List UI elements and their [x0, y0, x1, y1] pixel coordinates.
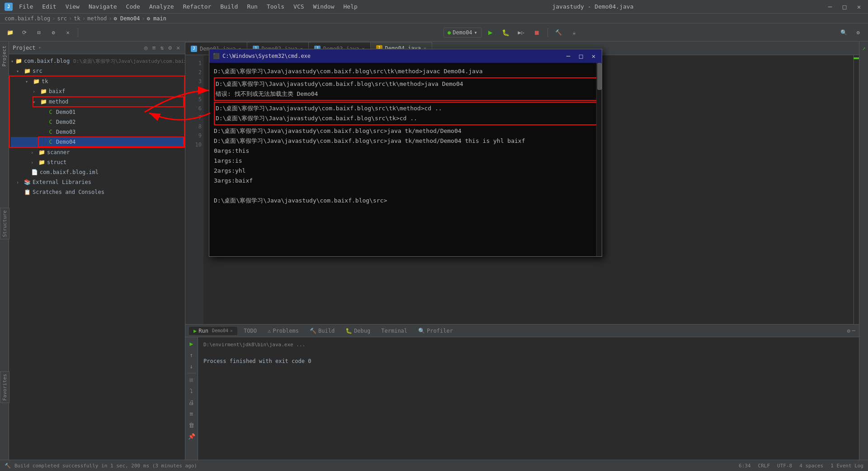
menu-vcs[interactable]: VCS [291, 3, 307, 10]
bottom-tab-terminal[interactable]: Terminal [377, 327, 412, 335]
project-sidebar-label[interactable]: Project [0, 44, 8, 68]
bottom-tab-build[interactable]: 🔨 Build [305, 327, 339, 335]
collapse-all-btn[interactable]: ≡ [151, 44, 157, 52]
search-everywhere-btn[interactable]: 🔍 [837, 26, 850, 39]
pin-btn[interactable]: 📌 [188, 432, 195, 441]
menu-code[interactable]: Code [123, 3, 143, 10]
tree-demo01[interactable]: › C Demo01 [11, 107, 183, 117]
menu-navigate[interactable]: Navigate [86, 3, 120, 10]
cmd-scrollbar[interactable] [596, 63, 602, 256]
menu-file[interactable]: File [16, 3, 36, 10]
breadcrumb-project[interactable]: com.baixf.blog [5, 15, 50, 22]
breadcrumb-tk[interactable]: tk [74, 15, 80, 22]
tree-baixf[interactable]: › 📁 baixf [11, 86, 183, 96]
menu-run[interactable]: Run [244, 3, 260, 10]
event-log-indicator[interactable]: 1 Event Log [830, 463, 863, 469]
tree-scanner[interactable]: › 📁 scanner [9, 147, 185, 157]
breadcrumb-method[interactable]: method [87, 15, 107, 22]
cmd-line12 [214, 186, 597, 196]
tree-method[interactable]: ▾ 📁 method [11, 97, 183, 107]
charset-indicator[interactable]: UTF-8 [777, 463, 792, 469]
menu-build[interactable]: Build [217, 3, 241, 10]
indent-indicator[interactable]: 4 spaces [799, 463, 823, 469]
right-panel-icon1[interactable]: ✓ [861, 44, 867, 54]
menu-view[interactable]: View [63, 3, 82, 10]
breadcrumb-main[interactable]: ⚙ main [147, 15, 166, 22]
cmd-line13: D:\桌面\寒假学习\Java\javastudy\com.baixf.blog… [214, 196, 597, 206]
toolbar-close-btn[interactable]: ✕ [61, 26, 74, 39]
line-col-indicator[interactable]: 6:34 [739, 463, 751, 469]
cmd-titlebar: ⬛ C:\Windows\System32\cmd.exe ─ □ ✕ [209, 49, 602, 63]
up-btn[interactable]: ↑ [190, 350, 193, 360]
tree-demo02[interactable]: › C Demo02 [11, 117, 183, 127]
delete-run-btn[interactable]: 🗑 [189, 420, 194, 430]
toolbar-collapse-btn[interactable]: ⊟ [33, 26, 45, 39]
bottom-tab-todo[interactable]: TODO [239, 327, 261, 335]
cmd-scrollbar-thumb[interactable] [597, 63, 602, 90]
stop-button[interactable]: ⏹ [530, 26, 543, 39]
line-ending-indicator[interactable]: CRLF [758, 463, 770, 469]
menu-analyze[interactable]: Analyze [146, 3, 177, 10]
tree-tk[interactable]: ▾ 📁 tk [11, 76, 183, 86]
tree-demo03[interactable]: › C Demo03 [11, 127, 183, 137]
toolbar-project-btn[interactable]: 📁 [4, 26, 16, 39]
locate-file-btn[interactable]: ◎ [143, 44, 149, 52]
cmd-maximize-btn[interactable]: □ [576, 52, 585, 61]
run-config-selector[interactable]: ● Demo04 ▾ [443, 28, 481, 38]
menu-edit[interactable]: Edit [39, 3, 59, 10]
title-bar: J File Edit View Navigate Code Analyze R… [0, 0, 868, 14]
close-button[interactable]: ✕ [854, 2, 863, 11]
cmd-line1: D:\桌面\寒假学习\Java\javastudy\com.baixf.blog… [214, 66, 597, 76]
run-button[interactable]: ▶ [484, 26, 497, 39]
structure-tab[interactable]: Structure [0, 208, 9, 240]
project-dropdown-arrow[interactable]: ▾ [38, 45, 42, 51]
breadcrumb-src[interactable]: src [57, 15, 67, 22]
struct-folder-icon: 📁 [38, 159, 45, 166]
menu-window[interactable]: Window [311, 3, 337, 10]
menu-tools[interactable]: Tools [264, 3, 287, 10]
sdk-btn[interactable]: ☕ [568, 26, 580, 39]
toolbar-separator [78, 28, 78, 37]
project-close-btn[interactable]: ✕ [175, 44, 181, 52]
tree-demo04[interactable]: › C Demo04 [11, 137, 183, 147]
toolbar-settings-btn[interactable]: ⚙ [47, 26, 60, 39]
bottom-settings-btn[interactable]: ⚙ [847, 328, 850, 334]
tree-root[interactable]: ▾ 📁 com.baixf.blog D:\桌面\寒假学习\Java\javas… [9, 56, 185, 66]
run-output: D:\envirment\jdk8\bin\java.exe ... Proce… [198, 337, 859, 460]
scroll-to-end-btn[interactable]: ⤵ [190, 386, 193, 396]
minimize-button[interactable]: ─ [826, 2, 835, 11]
bottom-close-btn[interactable]: ─ [852, 328, 855, 334]
debug-button[interactable]: 🐛 [500, 26, 512, 39]
cmd-minimize-btn[interactable]: ─ [564, 52, 573, 61]
breadcrumb-demo04[interactable]: ⚙ Demo04 [114, 15, 140, 22]
bottom-tab-run[interactable]: ▶ Run Demo04 ✕ [189, 327, 237, 335]
run-tab-close[interactable]: ✕ [230, 328, 233, 333]
bottom-tab-debug[interactable]: 🐛 Debug [341, 327, 375, 335]
src-arrow: ▾ [16, 69, 22, 74]
cmd-close-btn[interactable]: ✕ [589, 52, 598, 61]
project-settings-btn[interactable]: ⚙ [167, 44, 173, 52]
menu-help[interactable]: Help [341, 3, 360, 10]
run-with-coverage-btn[interactable]: ▶▷ [515, 26, 528, 39]
favorites-tab[interactable]: Favorites [0, 372, 9, 403]
scratches-label: Scratches and Consoles [33, 189, 104, 195]
tree-scratches[interactable]: › 📋 Scratches and Consoles [9, 187, 185, 197]
settings-btn[interactable]: ⚙ [852, 26, 864, 39]
ext-libs-icon: 📚 [24, 179, 31, 186]
maximize-button[interactable]: □ [840, 2, 849, 11]
run-again-btn[interactable]: ▶ [190, 339, 193, 349]
build-btn[interactable]: 🔨 [552, 26, 565, 39]
down-btn[interactable]: ↓ [190, 362, 193, 371]
tree-ext-libs[interactable]: › 📚 External Libraries [9, 177, 185, 187]
cmd-line8: 0args:this [214, 146, 597, 156]
bottom-tab-profiler[interactable]: 🔍 Profiler [414, 327, 458, 335]
print-btn[interactable]: 🖨 [189, 398, 194, 407]
bottom-tab-problems[interactable]: ⚠ Problems [263, 327, 303, 335]
toolbar-sync-btn[interactable]: ⟳ [18, 26, 31, 39]
tree-struct[interactable]: › 📁 struct [9, 157, 185, 167]
tree-src[interactable]: ▾ 📁 src [9, 66, 185, 76]
expand-btn[interactable]: ⇅ [159, 44, 165, 52]
settings-run-btn[interactable]: ≡ [190, 409, 193, 419]
tree-iml[interactable]: › 📄 com.baixf.blog.iml [9, 167, 185, 177]
menu-refactor[interactable]: Refactor [180, 3, 214, 10]
